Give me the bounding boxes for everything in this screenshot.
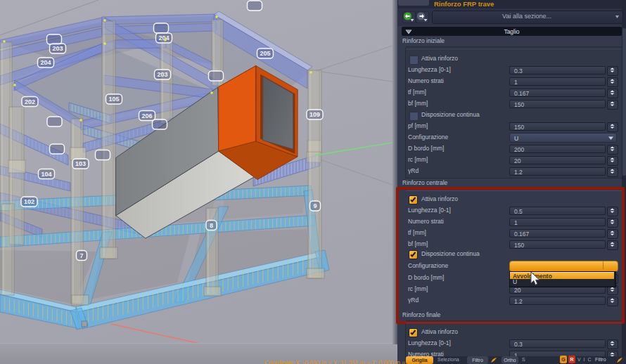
svg-text:203: 203 bbox=[157, 71, 167, 78]
svg-text:205: 205 bbox=[260, 50, 270, 57]
svg-text:7: 7 bbox=[79, 252, 83, 259]
svg-text:103: 103 bbox=[75, 160, 86, 167]
svg-text:105: 105 bbox=[108, 96, 119, 103]
svg-text:104: 104 bbox=[41, 171, 51, 178]
svg-text:204: 204 bbox=[40, 59, 51, 66]
svg-text:204: 204 bbox=[158, 34, 169, 41]
svg-text:8: 8 bbox=[210, 222, 213, 229]
svg-text:102: 102 bbox=[24, 198, 34, 205]
svg-text:9: 9 bbox=[313, 202, 317, 209]
svg-text:203: 203 bbox=[52, 45, 63, 52]
svg-text:202: 202 bbox=[25, 98, 35, 105]
svg-text:206: 206 bbox=[141, 112, 152, 119]
svg-text:109: 109 bbox=[309, 111, 320, 118]
